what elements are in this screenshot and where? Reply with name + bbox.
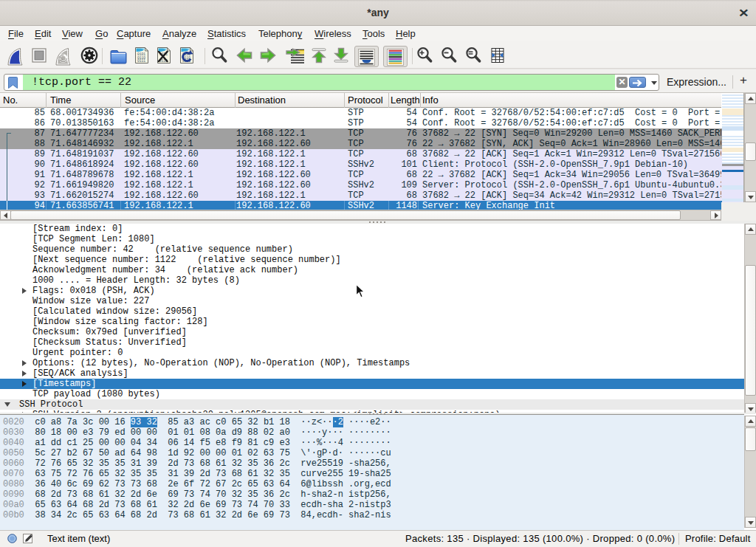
svg-text:0111: 0111 (137, 59, 145, 63)
